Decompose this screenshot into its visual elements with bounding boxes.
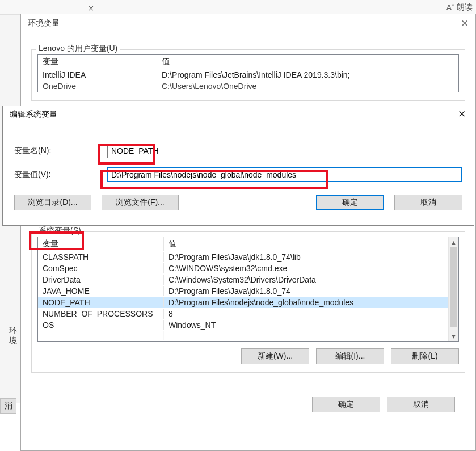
var-name-row: 变量名(N): (14, 144, 462, 158)
system-variables-group: 系统变量(S) 变量 值 CLASSPATHD:\Program Files\J… (31, 231, 465, 373)
table-row[interactable]: CLASSPATHD:\Program Files\Java\jdk1.8.0_… (38, 251, 448, 263)
sys-table-rows: CLASSPATHD:\Program Files\Java\jdk1.8.0_… (38, 251, 448, 341)
table-row[interactable]: JAVA_HOMED:\Program Files\Java\jdk1.8.0_… (38, 285, 448, 297)
edit-titlebar: 编辑系统变量 ✕ (3, 106, 474, 123)
table-row[interactable]: IntelliJ IDEA D:\Program Files\JetBrains… (38, 69, 458, 81)
var-value-input[interactable] (107, 167, 462, 182)
read-aloud-a-icon: A» (446, 2, 454, 12)
edit-button-row: 浏览目录(D)... 浏览文件(F)... 确定 取消 (14, 195, 462, 210)
env-variables-dialog: 环境变量 ✕ Lenovo 的用户变量(U) 变量 值 IntelliJ IDE… (20, 14, 476, 451)
sys-edit-button[interactable]: 编辑(I)... (316, 348, 384, 364)
background-top-bar: A» 朗读 (0, 0, 476, 15)
user-var-table[interactable]: 变量 值 IntelliJ IDEA D:\Program Files\JetB… (37, 54, 459, 92)
scroll-track[interactable] (449, 247, 458, 331)
scroll-thumb[interactable] (450, 247, 457, 327)
close-icon[interactable]: ✕ (456, 108, 468, 120)
edit-dialog-title: 编辑系统变量 (10, 109, 57, 120)
env-cancel-button[interactable]: 取消 (387, 397, 455, 412)
user-table-header: 变量 值 (38, 55, 458, 69)
bg-left-fragment: 环境 消 (0, 326, 23, 414)
close-icon[interactable]: ✕ (458, 18, 471, 29)
table-row[interactable]: NODE_PATHD:\Program Files\nodejs\node_gl… (38, 297, 448, 308)
scroll-down-icon[interactable]: ▾ (449, 331, 458, 341)
user-col-val[interactable]: 值 (157, 55, 458, 69)
env-bottom-buttons: 确定 取消 (31, 386, 465, 412)
edit-system-variable-dialog: 编辑系统变量 ✕ 变量名(N): 变量值(V): 浏览目录(D)... 浏览文件… (2, 106, 474, 226)
env-dialog-body: Lenovo 的用户变量(U) 变量 值 IntelliJ IDEA D:\Pr… (21, 32, 475, 420)
user-group-title: Lenovo 的用户变量(U) (36, 44, 120, 54)
bg-env-label: 环境 (0, 326, 23, 346)
user-col-var[interactable]: 变量 (38, 55, 157, 69)
table-row[interactable]: OSWindows_NT (38, 319, 448, 331)
var-name-input[interactable] (107, 144, 462, 158)
sys-button-row: 新建(W)... 编辑(I)... 删除(L) (37, 348, 459, 364)
table-row[interactable] (38, 331, 448, 341)
sys-scrollbar[interactable]: ▴ ▾ (448, 237, 458, 341)
sys-new-button[interactable]: 新建(W)... (241, 348, 309, 364)
env-ok-button[interactable]: 确定 (312, 397, 380, 412)
sys-group-title: 系统变量(S) (36, 226, 83, 236)
bg-separator (102, 0, 102, 14)
user-variables-group: Lenovo 的用户变量(U) 变量 值 IntelliJ IDEA D:\Pr… (31, 49, 465, 101)
bg-close-x[interactable]: × (88, 2, 94, 15)
var-value-row: 变量值(V): (14, 167, 462, 182)
sys-col-val[interactable]: 值 (164, 237, 448, 251)
read-aloud-label: 朗读 (457, 2, 473, 12)
edit-body: 变量名(N): 变量值(V): 浏览目录(D)... 浏览文件(F)... 确定… (3, 123, 474, 218)
user-table-rows: IntelliJ IDEA D:\Program Files\JetBrains… (38, 69, 458, 92)
table-row[interactable]: DriverDataC:\Windows\System32\Drivers\Dr… (38, 274, 448, 285)
sys-var-table[interactable]: 变量 值 CLASSPATHD:\Program Files\Java\jdk1… (37, 237, 459, 342)
table-row[interactable]: NUMBER_OF_PROCESSORS8 (38, 308, 448, 319)
sys-table-header: 变量 值 (38, 237, 448, 251)
var-name-label: 变量名(N): (14, 146, 107, 156)
var-value-label: 变量值(V): (14, 170, 107, 180)
read-aloud-button[interactable]: A» 朗读 (446, 2, 473, 12)
edit-cancel-button[interactable]: 取消 (394, 195, 462, 210)
sys-delete-button[interactable]: 删除(L) (391, 348, 459, 364)
sys-col-var[interactable]: 变量 (38, 237, 164, 251)
bg-cancel-fragment[interactable]: 消 (0, 398, 16, 414)
table-row[interactable]: OneDrive C:\Users\Lenovo\OneDrive (38, 81, 458, 92)
edit-ok-button[interactable]: 确定 (316, 195, 384, 210)
browse-file-button[interactable]: 浏览文件(F)... (102, 195, 179, 210)
env-dialog-title: 环境变量 (28, 18, 60, 28)
scroll-up-icon[interactable]: ▴ (449, 237, 458, 247)
table-row[interactable]: ComSpecC:\WINDOWS\system32\cmd.exe (38, 263, 448, 274)
env-titlebar: 环境变量 ✕ (21, 14, 475, 32)
browse-dir-button[interactable]: 浏览目录(D)... (14, 195, 91, 210)
